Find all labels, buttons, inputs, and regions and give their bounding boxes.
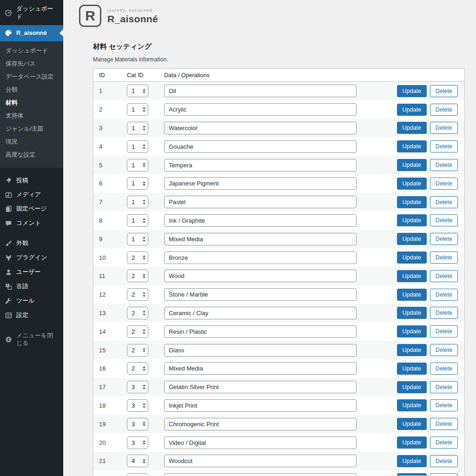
material-name-input[interactable] [164,270,357,282]
stepper-arrows-icon[interactable] [143,329,145,334]
cat-id-stepper[interactable]: 1 [127,122,148,134]
delete-button[interactable]: Delete [430,473,458,476]
material-name-input[interactable] [164,288,357,301]
stepper-arrows-icon[interactable] [143,107,145,112]
material-name-input[interactable] [164,399,357,412]
cat-id-stepper[interactable]: 1 [127,196,148,208]
update-button[interactable]: Update [397,455,427,467]
cat-id-stepper[interactable] [127,473,148,476]
stepper-arrows-icon[interactable] [143,403,145,408]
sidebar-item-raisonne[interactable]: R_aisonné [0,25,63,41]
delete-button[interactable]: Delete [430,325,458,337]
material-name-input[interactable] [164,325,357,338]
cat-id-stepper[interactable]: 1 [127,103,148,116]
cat-id-stepper[interactable]: 3 [127,436,148,449]
cat-id-stepper[interactable]: 2 [127,288,148,301]
material-name-input[interactable] [164,85,357,97]
stepper-arrows-icon[interactable] [143,237,145,242]
update-button[interactable]: Update [397,325,427,337]
submenu-item[interactable]: ダッシュボード [0,45,63,58]
sidebar-item-dashboard[interactable]: ダッシュボード [0,0,63,25]
cat-id-stepper[interactable]: 1 [127,233,148,245]
sidebar-item[interactable]: 設定 [0,308,63,323]
delete-button[interactable]: Delete [430,233,458,245]
material-name-input[interactable] [164,159,357,172]
cat-id-stepper[interactable]: 3 [127,418,148,430]
material-name-input[interactable] [164,436,357,449]
update-button[interactable]: Update [397,85,427,97]
update-button[interactable]: Update [397,196,427,208]
stepper-arrows-icon[interactable] [143,163,145,168]
update-button[interactable]: Update [397,104,427,116]
material-name-input[interactable] [164,455,357,467]
delete-button[interactable]: Delete [430,307,458,319]
cat-id-stepper[interactable]: 1 [127,85,148,97]
sidebar-item[interactable]: 投稿 [0,173,63,188]
stepper-arrows-icon[interactable] [143,199,145,205]
stepper-arrows-icon[interactable] [143,181,145,186]
update-button[interactable]: Update [397,307,427,319]
update-button[interactable]: Update [397,436,427,449]
material-name-input[interactable] [164,140,357,153]
sidebar-item[interactable]: ツール [0,294,63,308]
stepper-arrows-icon[interactable] [143,366,145,371]
sidebar-item[interactable]: 固定ページ [0,202,63,216]
material-name-input[interactable] [164,103,357,116]
cat-id-stepper[interactable]: 1 [127,159,148,172]
collapse-menu-button[interactable]: メニューを閉じる [0,329,63,351]
material-name-input[interactable] [164,307,357,319]
update-button[interactable]: Update [397,214,427,226]
update-button[interactable]: Update [397,289,427,301]
update-button[interactable]: Update [397,381,427,393]
stepper-arrows-icon[interactable] [143,311,145,316]
update-button[interactable]: Update [397,473,427,476]
stepper-arrows-icon[interactable] [143,218,145,223]
update-button[interactable]: Update [397,233,427,245]
material-name-input[interactable] [164,473,357,476]
material-name-input[interactable] [164,381,357,393]
update-button[interactable]: Update [397,344,427,356]
update-button[interactable]: Update [397,159,427,171]
stepper-arrows-icon[interactable] [143,384,145,390]
submenu-item[interactable]: 保存先パス [0,58,63,71]
update-button[interactable]: Update [397,251,427,264]
stepper-arrows-icon[interactable] [143,126,145,131]
delete-button[interactable]: Delete [430,418,458,430]
cat-id-stepper[interactable]: 1 [127,140,148,153]
delete-button[interactable]: Delete [430,122,458,134]
material-name-input[interactable] [164,196,357,208]
sidebar-item[interactable]: コメント [0,216,63,231]
material-name-input[interactable] [164,362,357,375]
delete-button[interactable]: Delete [430,104,458,116]
material-name-input[interactable] [164,344,357,357]
submenu-item[interactable]: 支持体 [0,110,63,123]
delete-button[interactable]: Delete [430,85,458,97]
delete-button[interactable]: Delete [430,140,458,152]
delete-button[interactable]: Delete [430,344,458,356]
stepper-arrows-icon[interactable] [143,292,145,297]
delete-button[interactable]: Delete [430,196,458,208]
delete-button[interactable]: Delete [430,214,458,226]
stepper-arrows-icon[interactable] [143,422,145,427]
cat-id-stepper[interactable]: 2 [127,307,148,319]
material-name-input[interactable] [164,251,357,264]
submenu-item[interactable]: データベース設定 [0,71,63,84]
submenu-item[interactable]: 材料 [0,97,63,110]
delete-button[interactable]: Delete [430,436,458,449]
delete-button[interactable]: Delete [430,159,458,171]
update-button[interactable]: Update [397,270,427,282]
submenu-item[interactable]: 現況 [0,136,63,149]
submenu-item[interactable]: 分類 [0,84,63,97]
submenu-item[interactable]: 高度な設定 [0,149,63,162]
sidebar-item[interactable]: ユーザー [0,265,63,279]
update-button[interactable]: Update [397,122,427,134]
update-button[interactable]: Update [397,178,427,190]
stepper-arrows-icon[interactable] [143,274,145,279]
cat-id-stepper[interactable]: 2 [127,344,148,357]
material-name-input[interactable] [164,177,357,190]
delete-button[interactable]: Delete [430,363,458,375]
update-button[interactable]: Update [397,363,427,375]
cat-id-stepper[interactable]: 3 [127,399,148,412]
cat-id-stepper[interactable]: 2 [127,251,148,264]
cat-id-stepper[interactable]: 2 [127,362,148,375]
